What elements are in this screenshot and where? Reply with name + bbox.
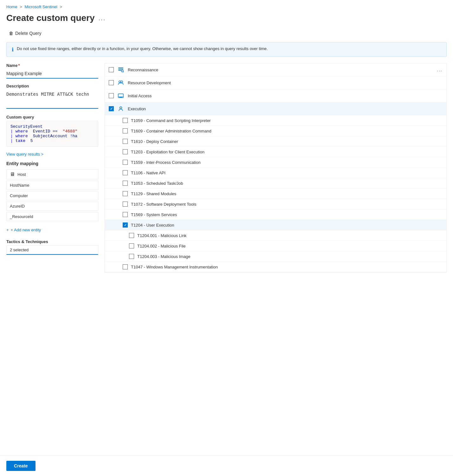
list-item[interactable]: T1129 - Shared Modules: [105, 189, 446, 199]
info-banner: ℹ Do not use fixed time ranges, either d…: [6, 42, 447, 57]
tactics-dropdown[interactable]: 2 selected: [6, 245, 98, 255]
reconnaissance-ellipsis[interactable]: ...: [437, 67, 443, 72]
t1203-label: T1203 - Exploitation for Client Executio…: [131, 150, 443, 154]
page-ellipsis-menu[interactable]: ...: [99, 15, 106, 22]
list-item[interactable]: T1072 - Software Deployment Tools: [105, 199, 446, 209]
entity-mapping-label: Entity mapping: [6, 161, 98, 166]
checkbox-t1204-003[interactable]: [129, 254, 134, 259]
delete-query-button[interactable]: 🗑 Delete Query: [6, 29, 44, 37]
description-field-group: Description Demonstrates MITRE ATT&CK te…: [6, 84, 98, 110]
info-icon: ℹ: [12, 47, 14, 53]
checkbox-t1106[interactable]: [123, 170, 128, 175]
main-layout: Name * Description Demonstrates MITRE AT…: [0, 63, 453, 273]
list-item[interactable]: T1610 - Deploy Container: [105, 136, 446, 147]
name-label: Name *: [6, 63, 98, 68]
checkbox-t1203[interactable]: [123, 149, 128, 154]
t1204-003-label: T1204.003 - Malicious Image: [137, 254, 443, 259]
checkbox-t1072[interactable]: [123, 202, 128, 207]
checkbox-t1610[interactable]: [123, 139, 128, 144]
view-query-results-link[interactable]: View query results >: [6, 152, 98, 157]
list-item[interactable]: T1204 - User Execution: [105, 220, 446, 230]
breadcrumb-sep1: >: [20, 4, 22, 9]
initial-access-label: Initial Access: [128, 93, 443, 98]
code-block[interactable]: SecurityEvent | where EventID == "4688" …: [6, 121, 98, 147]
list-item[interactable]: T1609 - Container Administration Command: [105, 126, 446, 136]
checkbox-t1129[interactable]: [123, 191, 128, 196]
trash-icon: 🗑: [9, 31, 13, 36]
list-item[interactable]: Reconnaissance ...: [105, 63, 446, 76]
list-item[interactable]: T1059 - Command and Scripting Interprete…: [105, 115, 446, 126]
svg-rect-8: [119, 97, 122, 98]
description-input[interactable]: Demonstrates MITRE ATT&CK techn: [6, 90, 98, 109]
t1559-label: T1559 - Inter-Process Communication: [131, 160, 443, 165]
t1204-001-label: T1204.001 - Malicious Link: [137, 233, 443, 238]
checkbox-t1569[interactable]: [123, 212, 128, 217]
list-item[interactable]: T1204.002 - Malicious File: [105, 241, 446, 251]
create-button[interactable]: Create: [6, 461, 36, 471]
list-item[interactable]: T1053 - Scheduled Task/Job: [105, 178, 446, 189]
host-icon: 🖥: [10, 171, 15, 177]
reconnaissance-label: Reconnaissance: [128, 68, 432, 72]
code-line-4: | take 5: [10, 138, 94, 143]
code-line-2: | where EventID == "4688": [10, 129, 94, 134]
t1059-label: T1059 - Command and Scripting Interprete…: [131, 118, 443, 123]
entity-field-resourceid[interactable]: [6, 212, 98, 221]
list-item[interactable]: Execution: [105, 102, 446, 115]
entity-header-host: 🖥 Host: [6, 169, 98, 179]
custom-query-group: Custom query SecurityEvent | where Event…: [6, 115, 98, 147]
list-item[interactable]: T1559 - Inter-Process Communication: [105, 157, 446, 168]
breadcrumb-sentinel[interactable]: Microsoft Sentinel: [25, 4, 57, 9]
t1610-label: T1610 - Deploy Container: [131, 139, 443, 144]
entity-field-hostname[interactable]: [6, 181, 98, 190]
list-item[interactable]: T1203 - Exploitation for Client Executio…: [105, 147, 446, 157]
list-item[interactable]: T1204.001 - Malicious Link: [105, 230, 446, 241]
breadcrumb: Home > Microsoft Sentinel >: [0, 0, 453, 11]
checkbox-t1559[interactable]: [123, 160, 128, 165]
checkbox-initial-access[interactable]: [109, 93, 114, 98]
code-line-3: | where SubjectAccount !ha: [10, 134, 94, 138]
svg-point-5: [119, 81, 121, 83]
plus-icon: +: [6, 228, 9, 232]
checkbox-execution[interactable]: [109, 106, 114, 111]
name-input[interactable]: [6, 69, 98, 79]
name-required-star: *: [18, 63, 20, 68]
custom-query-label: Custom query: [6, 115, 98, 119]
reconnaissance-icon: [117, 66, 125, 74]
checkbox-t1053[interactable]: [123, 181, 128, 186]
list-item[interactable]: T1569 - System Services: [105, 209, 446, 220]
list-item[interactable]: T1106 - Native API: [105, 168, 446, 178]
checkbox-t1204-002[interactable]: [129, 243, 134, 248]
list-item[interactable]: T1047 - Windows Management Instrumentati…: [105, 262, 446, 272]
svg-point-11: [120, 107, 121, 108]
svg-rect-0: [118, 68, 123, 68]
list-item[interactable]: Initial Access: [105, 89, 446, 102]
info-banner-text: Do not use fixed time ranges, either dir…: [17, 46, 268, 51]
checkbox-t1204-001[interactable]: [129, 233, 134, 238]
left-panel: Name * Description Demonstrates MITRE AT…: [6, 63, 105, 273]
tactics-checklist-panel: Reconnaissance ... Resource Development: [105, 63, 447, 273]
checkbox-reconnaissance[interactable]: [109, 67, 114, 72]
execution-icon: [117, 105, 125, 113]
checkbox-t1047[interactable]: [123, 264, 128, 269]
delete-button-label: Delete Query: [15, 31, 41, 36]
footer: Create: [0, 455, 453, 476]
svg-point-6: [121, 81, 123, 83]
resource-development-icon: [117, 79, 125, 87]
t1129-label: T1129 - Shared Modules: [131, 191, 443, 196]
checkbox-t1204[interactable]: [123, 222, 128, 228]
add-entity-button[interactable]: + + Add new entity: [6, 226, 41, 234]
svg-line-4: [123, 72, 124, 73]
svg-point-3: [121, 70, 123, 72]
t1072-label: T1072 - Software Deployment Tools: [131, 202, 443, 207]
list-item[interactable]: T1204.003 - Malicious Image: [105, 251, 446, 262]
checkbox-t1059[interactable]: [123, 118, 128, 123]
t1204-002-label: T1204.002 - Malicious File: [137, 244, 443, 248]
breadcrumb-home[interactable]: Home: [6, 4, 17, 9]
checkbox-t1609[interactable]: [123, 128, 128, 133]
entity-field-computer[interactable]: [6, 191, 98, 200]
entity-field-azureid[interactable]: [6, 202, 98, 211]
checkbox-resource-development[interactable]: [109, 80, 114, 85]
svg-rect-1: [118, 69, 123, 69]
t1106-label: T1106 - Native API: [131, 170, 443, 175]
list-item[interactable]: Resource Development: [105, 76, 446, 89]
